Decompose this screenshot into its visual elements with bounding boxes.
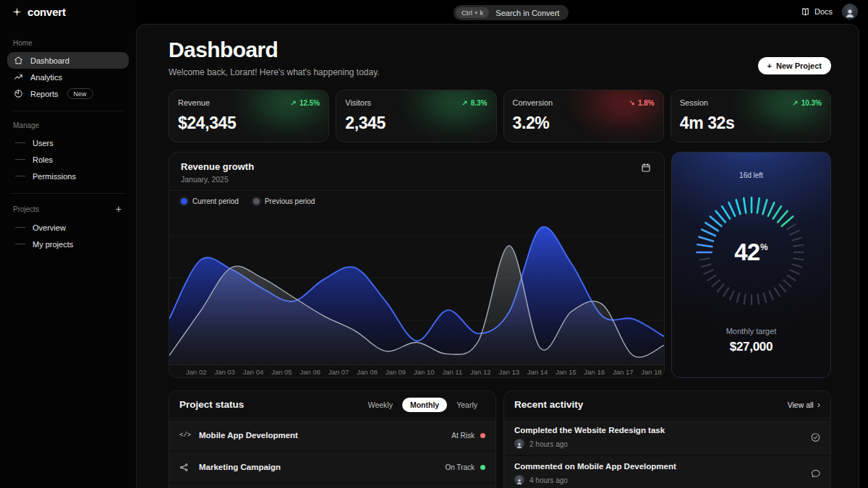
search-placeholder: Search in Convert (495, 9, 559, 17)
x-axis-labels: Jan 02Jan 03Jan 04Jan 05Jan 06Jan 07Jan … (169, 364, 664, 377)
sidebar-item-label: Overview (33, 223, 66, 232)
stat-card-session: Session ↗10.3% 4m 32s (671, 90, 831, 142)
sidebar-section-home: Home (13, 39, 123, 47)
divider (169, 418, 495, 419)
sidebar-item-overview[interactable]: Overview (7, 219, 129, 236)
sidebar-item-roles[interactable]: Roles (7, 151, 129, 168)
legend-previous-period[interactable]: Previous period (253, 197, 315, 205)
x-axis-label: Jan 10 (414, 368, 435, 377)
calendar-button[interactable] (639, 161, 652, 174)
activity-item[interactable]: Commented on Mobile App Development 4 ho… (504, 456, 830, 488)
dash-icon (15, 176, 25, 176)
plus-icon: + (767, 61, 772, 70)
project-row-mobile-app[interactable]: </> Mobile App Development At Risk (169, 420, 495, 450)
stat-value: 4m 32s (680, 114, 822, 133)
sidebar-section-projects: Projects (13, 205, 39, 213)
period-tabs: Weekly Monthly Yearly (360, 398, 485, 412)
new-project-button[interactable]: + New Project (758, 57, 831, 74)
tab-monthly[interactable]: Monthly (402, 398, 447, 412)
sidebar-item-dashboard[interactable]: Dashboard (7, 52, 129, 69)
x-axis-label: Jan 07 (328, 368, 349, 377)
view-all-button[interactable]: View all › (788, 400, 820, 409)
x-axis-label: Jan 06 (300, 368, 321, 377)
dash-icon (15, 244, 25, 244)
chart-title: Revenue growth (181, 161, 254, 172)
stat-value: 3.2% (513, 114, 655, 133)
sidebar-divider (12, 193, 124, 194)
avatar (514, 475, 524, 485)
stat-label: Conversion (513, 98, 553, 107)
stat-label: Revenue (178, 98, 210, 107)
x-axis-label: Jan 14 (527, 368, 548, 377)
x-axis-label: Jan 02 (186, 368, 207, 377)
sidebar-item-label: My projects (33, 240, 73, 249)
code-icon: </> (179, 432, 191, 439)
stat-label: Session (680, 98, 708, 107)
search-input[interactable]: Ctrl + k Search in Convert (454, 5, 569, 20)
add-project-icon[interactable]: + (114, 204, 123, 214)
sidebar-divider (12, 111, 124, 111)
monthly-target-label: Monthly target (726, 327, 777, 335)
stat-delta: ↘1.8% (629, 99, 655, 107)
sidebar-item-permissions[interactable]: Permissions (7, 168, 129, 184)
pie-chart-icon (14, 89, 23, 98)
main-panel: Dashboard Welcome back, Lorant! Here's w… (136, 24, 859, 488)
person-icon (516, 478, 523, 485)
x-axis-label: Jan 12 (470, 368, 491, 377)
project-row-marketing[interactable]: Marketing Campaign On Track (169, 452, 495, 482)
network-icon (179, 463, 191, 472)
project-status-card: Project status Weekly Monthly Yearly </>… (169, 390, 496, 488)
dash-icon (15, 142, 25, 143)
user-avatar[interactable] (842, 4, 858, 20)
docs-link[interactable]: Docs (801, 7, 833, 17)
sidebar-item-label: Analytics (30, 73, 62, 82)
trend-up-icon: ↗ (291, 99, 297, 107)
legend-dot (181, 198, 187, 205)
legend-current-period[interactable]: Current period (181, 197, 239, 205)
book-icon (801, 7, 810, 17)
docs-label: Docs (814, 7, 833, 16)
keyboard-shortcut: Ctrl + k (456, 7, 489, 18)
sidebar-section-manage: Manage (13, 121, 123, 129)
sidebar-item-analytics[interactable]: Analytics (7, 69, 129, 85)
sidebar-item-my-projects[interactable]: My projects (7, 236, 129, 252)
area-chart (169, 208, 664, 364)
revenue-growth-card: Revenue growth January, 2025 Current per… (169, 152, 665, 378)
trend-up-icon: ↗ (461, 99, 467, 107)
stat-value: 2,345 (345, 114, 487, 133)
x-axis-label: Jan 11 (442, 368, 462, 377)
x-axis-label: Jan 16 (584, 368, 605, 377)
x-axis-label: Jan 05 (271, 368, 292, 377)
tab-weekly[interactable]: Weekly (360, 398, 401, 412)
trending-up-icon (14, 72, 23, 82)
stat-value: $24,345 (178, 114, 320, 133)
gauge-unit: % (760, 242, 768, 252)
sidebar-item-reports[interactable]: Reports New (7, 85, 129, 102)
dash-icon (15, 159, 25, 160)
recent-activity-title: Recent activity (514, 399, 583, 410)
sidebar-item-label: Dashboard (30, 56, 69, 65)
chart-legend: Current period Previous period (169, 191, 664, 208)
app-name: convert (27, 6, 66, 18)
stats-row: Revenue ↗12.5% $24,345 Visitors ↗8.3% 2,… (169, 90, 831, 142)
stat-delta: ↗10.3% (792, 99, 822, 107)
divider (504, 418, 830, 419)
person-icon (516, 442, 523, 449)
x-axis-label: Jan 13 (498, 368, 519, 377)
comment-icon (810, 468, 821, 479)
page-title: Dashboard (169, 38, 380, 62)
calendar-icon (641, 163, 651, 173)
stat-delta: ↗8.3% (461, 99, 487, 107)
sidebar-item-label: Permissions (33, 172, 76, 181)
recent-activity-card: Recent activity View all › Completed the… (503, 390, 831, 488)
activity-item[interactable]: Completed the Website Redesign task 2 ho… (504, 420, 830, 455)
sidebar-item-users[interactable]: Users (7, 134, 129, 151)
status-dot (480, 433, 485, 438)
stat-card-conversion: Conversion ↘1.8% 3.2% (503, 90, 664, 142)
stat-card-visitors: Visitors ↗8.3% 2,345 (336, 90, 496, 142)
sidebar-item-label: Roles (33, 155, 53, 164)
project-row[interactable] (169, 484, 495, 488)
x-axis-label: Jan 08 (357, 368, 378, 377)
tab-yearly[interactable]: Yearly (448, 398, 485, 412)
project-status-title: Project status (179, 399, 244, 410)
